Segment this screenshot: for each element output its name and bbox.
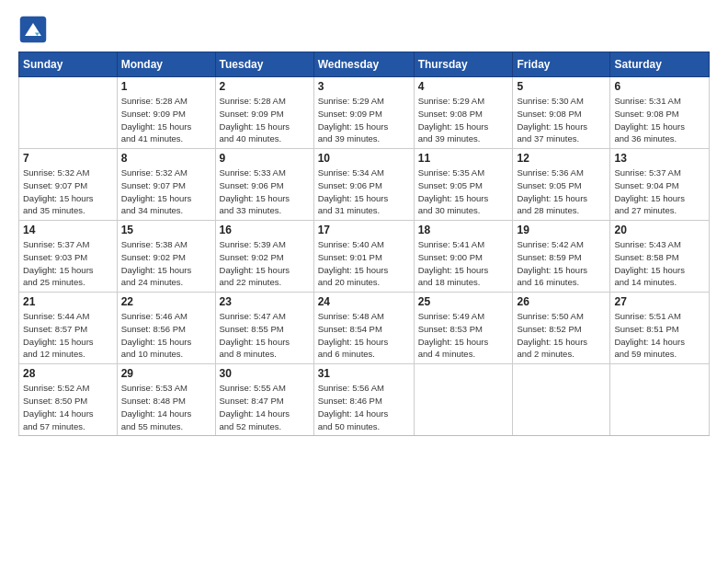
day-number: 20: [614, 224, 705, 236]
day-number: 23: [220, 295, 310, 308]
weekday-header-cell: Sunday: [19, 52, 118, 77]
calendar-cell: 2Sunrise: 5:28 AMSunset: 9:09 PMDaylight…: [215, 77, 313, 149]
day-info: Sunrise: 5:28 AMSunset: 9:09 PMDaylight:…: [220, 95, 310, 145]
calendar-cell: 12Sunrise: 5:36 AMSunset: 9:05 PMDayligh…: [513, 149, 610, 221]
day-number: 8: [121, 152, 211, 165]
day-info: Sunrise: 5:34 AMSunset: 9:06 PMDaylight:…: [318, 167, 410, 217]
calendar-cell: 17Sunrise: 5:40 AMSunset: 9:01 PMDayligh…: [313, 221, 414, 293]
day-info: Sunrise: 5:52 AMSunset: 8:50 PMDaylight:…: [23, 382, 113, 432]
day-info: Sunrise: 5:36 AMSunset: 9:05 PMDaylight:…: [517, 167, 606, 217]
calendar-cell: 1Sunrise: 5:28 AMSunset: 9:09 PMDaylight…: [117, 77, 215, 149]
calendar-cell: 20Sunrise: 5:43 AMSunset: 8:58 PMDayligh…: [610, 221, 710, 293]
day-info: Sunrise: 5:39 AMSunset: 9:02 PMDaylight:…: [220, 238, 310, 289]
day-number: 3: [318, 80, 410, 93]
calendar-cell: 4Sunrise: 5:29 AMSunset: 9:08 PMDaylight…: [414, 77, 513, 149]
weekday-header-cell: Thursday: [414, 52, 513, 77]
calendar-week-row: 21Sunrise: 5:44 AMSunset: 8:57 PMDayligh…: [19, 293, 710, 364]
day-number: 27: [614, 295, 705, 308]
calendar-cell: 30Sunrise: 5:55 AMSunset: 8:47 PMDayligh…: [215, 364, 313, 436]
day-info: Sunrise: 5:50 AMSunset: 8:52 PMDaylight:…: [517, 310, 606, 361]
day-number: 18: [418, 224, 509, 236]
day-number: 21: [23, 295, 113, 308]
weekday-header-row: SundayMondayTuesdayWednesdayThursdayFrid…: [19, 52, 710, 77]
calendar-cell: 10Sunrise: 5:34 AMSunset: 9:06 PMDayligh…: [313, 149, 414, 221]
calendar-week-row: 14Sunrise: 5:37 AMSunset: 9:03 PMDayligh…: [19, 221, 710, 293]
calendar-cell: 21Sunrise: 5:44 AMSunset: 8:57 PMDayligh…: [19, 293, 118, 364]
calendar-cell: 28Sunrise: 5:52 AMSunset: 8:50 PMDayligh…: [19, 364, 118, 436]
day-number: 4: [418, 80, 509, 93]
calendar-cell: 24Sunrise: 5:48 AMSunset: 8:54 PMDayligh…: [313, 293, 414, 364]
day-number: 25: [418, 295, 509, 308]
calendar-cell: 26Sunrise: 5:50 AMSunset: 8:52 PMDayligh…: [513, 293, 610, 364]
day-info: Sunrise: 5:29 AMSunset: 9:08 PMDaylight:…: [418, 95, 509, 145]
calendar-cell: [19, 77, 118, 149]
calendar-cell: 25Sunrise: 5:49 AMSunset: 8:53 PMDayligh…: [414, 293, 513, 364]
calendar-body: 1Sunrise: 5:28 AMSunset: 9:09 PMDaylight…: [19, 77, 710, 436]
day-number: 10: [318, 152, 410, 165]
day-number: 17: [318, 224, 410, 236]
calendar-week-row: 1Sunrise: 5:28 AMSunset: 9:09 PMDaylight…: [19, 77, 710, 149]
day-info: Sunrise: 5:33 AMSunset: 9:06 PMDaylight:…: [220, 167, 310, 217]
calendar-cell: 15Sunrise: 5:38 AMSunset: 9:02 PMDayligh…: [117, 221, 215, 293]
day-number: 13: [614, 152, 705, 165]
calendar-cell: 29Sunrise: 5:53 AMSunset: 8:48 PMDayligh…: [117, 364, 215, 436]
weekday-header-cell: Monday: [117, 52, 215, 77]
day-number: 31: [318, 367, 410, 380]
day-info: Sunrise: 5:44 AMSunset: 8:57 PMDaylight:…: [23, 310, 113, 361]
day-info: Sunrise: 5:35 AMSunset: 9:05 PMDaylight:…: [418, 167, 509, 217]
calendar-cell: 23Sunrise: 5:47 AMSunset: 8:55 PMDayligh…: [215, 293, 313, 364]
weekday-header-cell: Wednesday: [313, 52, 414, 77]
day-number: 30: [220, 367, 310, 380]
weekday-header-cell: Tuesday: [215, 52, 313, 77]
day-number: 1: [121, 80, 211, 93]
day-info: Sunrise: 5:37 AMSunset: 9:04 PMDaylight:…: [614, 167, 705, 217]
calendar-table: SundayMondayTuesdayWednesdayThursdayFrid…: [18, 52, 710, 436]
calendar-week-row: 28Sunrise: 5:52 AMSunset: 8:50 PMDayligh…: [19, 364, 710, 436]
day-number: 22: [121, 295, 211, 308]
day-number: 29: [121, 367, 211, 380]
logo-icon: [18, 15, 48, 44]
calendar-cell: 6Sunrise: 5:31 AMSunset: 9:08 PMDaylight…: [610, 77, 710, 149]
day-number: 9: [220, 152, 310, 165]
calendar-cell: 31Sunrise: 5:56 AMSunset: 8:46 PMDayligh…: [313, 364, 414, 436]
day-number: 26: [517, 295, 606, 308]
day-number: 16: [220, 224, 310, 236]
day-number: 11: [418, 152, 509, 165]
day-info: Sunrise: 5:49 AMSunset: 8:53 PMDaylight:…: [418, 310, 509, 361]
calendar-cell: 9Sunrise: 5:33 AMSunset: 9:06 PMDaylight…: [215, 149, 313, 221]
day-number: 28: [23, 367, 113, 380]
day-number: 12: [517, 152, 606, 165]
calendar-cell: 19Sunrise: 5:42 AMSunset: 8:59 PMDayligh…: [513, 221, 610, 293]
header: [18, 15, 710, 44]
logo: [18, 15, 51, 44]
calendar-cell: 27Sunrise: 5:51 AMSunset: 8:51 PMDayligh…: [610, 293, 710, 364]
calendar-cell: 14Sunrise: 5:37 AMSunset: 9:03 PMDayligh…: [19, 221, 118, 293]
weekday-header-cell: Friday: [513, 52, 610, 77]
day-info: Sunrise: 5:29 AMSunset: 9:09 PMDaylight:…: [318, 95, 410, 145]
day-info: Sunrise: 5:32 AMSunset: 9:07 PMDaylight:…: [121, 167, 211, 217]
calendar-cell: 16Sunrise: 5:39 AMSunset: 9:02 PMDayligh…: [215, 221, 313, 293]
calendar-cell: [610, 364, 710, 436]
calendar-cell: [513, 364, 610, 436]
day-info: Sunrise: 5:47 AMSunset: 8:55 PMDaylight:…: [220, 310, 310, 361]
day-info: Sunrise: 5:55 AMSunset: 8:47 PMDaylight:…: [220, 382, 310, 432]
day-number: 15: [121, 224, 211, 236]
day-info: Sunrise: 5:40 AMSunset: 9:01 PMDaylight:…: [318, 238, 410, 289]
day-number: 5: [517, 80, 606, 93]
calendar-cell: 13Sunrise: 5:37 AMSunset: 9:04 PMDayligh…: [610, 149, 710, 221]
day-info: Sunrise: 5:43 AMSunset: 8:58 PMDaylight:…: [614, 238, 705, 289]
calendar-cell: 8Sunrise: 5:32 AMSunset: 9:07 PMDaylight…: [117, 149, 215, 221]
day-info: Sunrise: 5:51 AMSunset: 8:51 PMDaylight:…: [614, 310, 705, 361]
day-info: Sunrise: 5:38 AMSunset: 9:02 PMDaylight:…: [121, 238, 211, 289]
calendar-week-row: 7Sunrise: 5:32 AMSunset: 9:07 PMDaylight…: [19, 149, 710, 221]
day-info: Sunrise: 5:42 AMSunset: 8:59 PMDaylight:…: [517, 238, 606, 289]
day-info: Sunrise: 5:32 AMSunset: 9:07 PMDaylight:…: [23, 167, 113, 217]
calendar-cell: 7Sunrise: 5:32 AMSunset: 9:07 PMDaylight…: [19, 149, 118, 221]
day-number: 14: [23, 224, 113, 236]
day-info: Sunrise: 5:56 AMSunset: 8:46 PMDaylight:…: [318, 382, 410, 432]
day-number: 24: [318, 295, 410, 308]
day-number: 6: [614, 80, 705, 93]
day-number: 2: [220, 80, 310, 93]
day-info: Sunrise: 5:53 AMSunset: 8:48 PMDaylight:…: [121, 382, 211, 432]
day-number: 19: [517, 224, 606, 236]
